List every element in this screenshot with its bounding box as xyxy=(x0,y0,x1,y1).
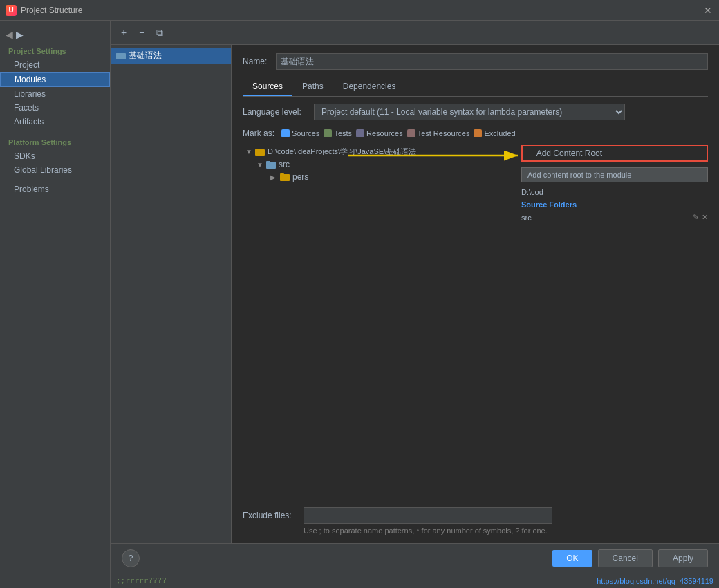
cancel-button[interactable]: Cancel xyxy=(598,549,653,567)
sidebar-divider xyxy=(0,129,110,134)
content-area: + − ⧉ 基础语法 Name: xyxy=(111,21,719,588)
name-input[interactable] xyxy=(276,53,708,70)
svg-rect-2 xyxy=(255,149,265,156)
help-button-container: ? xyxy=(122,549,140,567)
main-layout: ◀ ▶ Project Settings Project Modules Lib… xyxy=(0,21,719,588)
resources-color-icon xyxy=(356,129,364,137)
source-tree-pers[interactable]: ▶ pers xyxy=(243,171,516,183)
remove-source-folder-button[interactable]: ✕ xyxy=(702,213,708,222)
svg-rect-0 xyxy=(116,53,126,59)
sidebar-item-libraries[interactable]: Libraries xyxy=(0,87,110,101)
svg-rect-4 xyxy=(266,162,276,169)
sidebar-item-artifacts[interactable]: Artifacts xyxy=(0,115,110,129)
sources-color-icon xyxy=(281,129,290,137)
folder-icon xyxy=(116,52,126,59)
exclude-files-input[interactable] xyxy=(304,507,552,524)
tab-paths[interactable]: Paths xyxy=(292,78,333,96)
pers-expand-icon: ▶ xyxy=(270,173,280,181)
title-bar-left: U Project Structure xyxy=(6,5,82,16)
name-label: Name: xyxy=(243,57,270,66)
source-folders-title: Source Folders xyxy=(521,200,708,209)
svg-rect-3 xyxy=(255,149,259,150)
source-tree-src[interactable]: ▼ src xyxy=(243,158,516,171)
exclude-files-hint: Use ; to separate name patterns, * for a… xyxy=(243,527,708,535)
sources-main-area: ▼ D:\code\IdeaProjects\学习\JavaSE\基础语法 ▼ xyxy=(243,145,708,489)
sidebar-item-modules[interactable]: Modules xyxy=(0,72,110,87)
platform-settings-heading: Platform Settings xyxy=(0,134,110,149)
root-folder-icon xyxy=(255,148,265,156)
app-logo: U xyxy=(6,5,17,16)
help-button[interactable]: ? xyxy=(122,549,140,567)
sidebar: ◀ ▶ Project Settings Project Modules Lib… xyxy=(0,21,111,588)
svg-rect-5 xyxy=(266,161,270,162)
add-content-root-button[interactable]: + Add Content Root xyxy=(521,145,708,162)
test-resources-color-icon xyxy=(407,129,415,137)
mark-tag-test-resources[interactable]: Test Resources xyxy=(407,129,470,137)
svg-rect-1 xyxy=(116,53,120,54)
status-bar: ;;rrrrr???? https://blog.csdn.net/qq_435… xyxy=(111,573,719,588)
mark-tag-sources[interactable]: Sources xyxy=(281,129,319,137)
mark-tag-resources[interactable]: Resources xyxy=(356,129,403,137)
forward-button[interactable]: ▶ xyxy=(16,29,24,40)
exclude-files-label: Exclude files: xyxy=(243,511,298,520)
tab-sources[interactable]: Sources xyxy=(243,78,292,96)
title-bar-controls: ✕ xyxy=(704,6,713,15)
tab-dependencies[interactable]: Dependencies xyxy=(333,78,406,96)
tabs-bar: Sources Paths Dependencies xyxy=(243,78,708,97)
sidebar-divider-2 xyxy=(0,177,110,182)
source-tree-root[interactable]: ▼ D:\code\IdeaProjects\学习\JavaSE\基础语法 xyxy=(243,145,516,158)
pers-folder-icon xyxy=(280,173,290,181)
toolbar: + − ⧉ xyxy=(111,21,719,45)
split-layout: 基础语法 Name: Sources Paths xyxy=(111,45,719,543)
source-folder-item-src: src ✎ ✕ xyxy=(521,211,708,223)
sidebar-item-facets[interactable]: Facets xyxy=(0,101,110,115)
src-expand-icon: ▼ xyxy=(256,161,266,169)
mark-tag-tests[interactable]: Tests xyxy=(324,129,352,137)
source-folder-path: src xyxy=(521,214,532,222)
right-panel-path: D:\cod xyxy=(521,188,708,196)
ok-button[interactable]: OK xyxy=(552,550,592,567)
sidebar-item-global-libraries[interactable]: Global Libraries xyxy=(0,163,110,177)
source-folders-section: Source Folders src ✎ ✕ xyxy=(521,200,708,223)
src-folder-icon xyxy=(266,160,276,169)
source-folder-actions: ✎ ✕ xyxy=(693,213,708,222)
language-level-row: Language level: Project default (11 - Lo… xyxy=(243,104,708,120)
exclude-files-row: Exclude files: xyxy=(243,500,708,524)
apply-button[interactable]: Apply xyxy=(658,549,708,567)
tree-expand-icon: ▼ xyxy=(245,148,255,155)
sidebar-item-sdks[interactable]: SDKs xyxy=(0,149,110,163)
nav-arrows: ◀ ▶ xyxy=(0,26,110,43)
title-bar: U Project Structure ✕ xyxy=(0,0,719,21)
bottom-bar: ? OK Cancel Apply xyxy=(111,543,719,573)
edit-source-folder-button[interactable]: ✎ xyxy=(693,213,699,222)
details-panel: Name: Sources Paths Dependencies xyxy=(232,45,719,543)
source-tree-container: ▼ D:\code\IdeaProjects\学习\JavaSE\基础语法 ▼ xyxy=(243,145,516,489)
module-tree-item-jichuyufa[interactable]: 基础语法 xyxy=(111,48,231,64)
window-title: Project Structure xyxy=(21,6,82,15)
mark-as-label: Mark as: xyxy=(243,129,274,138)
right-side-panel: + Add Content Root Add content root to t… xyxy=(521,145,708,489)
close-button[interactable]: ✕ xyxy=(704,6,713,15)
module-tree-panel: 基础语法 xyxy=(111,45,232,543)
add-module-button[interactable]: + xyxy=(116,25,131,40)
project-settings-heading: Project Settings xyxy=(0,43,110,58)
svg-rect-7 xyxy=(280,173,284,175)
add-content-root-tooltip: Add content root to the module xyxy=(521,167,708,182)
remove-module-button[interactable]: − xyxy=(134,25,149,40)
sidebar-item-problems[interactable]: Problems xyxy=(0,182,110,196)
exclude-files-section: Exclude files: Use ; to separate name pa… xyxy=(243,500,708,535)
svg-rect-6 xyxy=(280,174,290,181)
mark-as-row: Mark as: Sources Tests Resources xyxy=(243,129,708,138)
sidebar-item-project[interactable]: Project xyxy=(0,58,110,72)
tests-color-icon xyxy=(324,129,332,137)
status-link[interactable]: https://blog.csdn.net/qq_43594119 xyxy=(597,577,713,585)
back-button[interactable]: ◀ xyxy=(6,29,13,40)
language-level-select[interactable]: Project default (11 - Local variable syn… xyxy=(314,104,625,120)
language-level-label: Language level: xyxy=(243,107,308,117)
name-row: Name: xyxy=(243,53,708,70)
status-left-text: ;;rrrrr???? xyxy=(116,576,167,585)
mark-tag-excluded[interactable]: Excluded xyxy=(474,129,515,137)
copy-module-button[interactable]: ⧉ xyxy=(152,25,167,40)
excluded-color-icon xyxy=(474,129,482,137)
